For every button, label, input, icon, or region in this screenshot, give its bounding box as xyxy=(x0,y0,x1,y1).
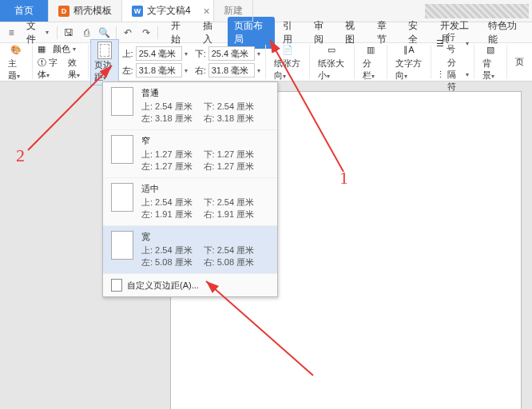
page-button[interactable]: 页 xyxy=(512,54,527,69)
group-size: ▭纸张大小▾ xyxy=(310,45,354,79)
tab-docke[interactable]: D 稻壳模板 xyxy=(49,0,122,22)
custom-margin-item[interactable]: 自定义页边距(A)... xyxy=(103,274,277,296)
effect-button[interactable]: 效果▾ xyxy=(68,57,83,81)
annotation-number-2: 2 xyxy=(16,145,25,166)
print-icon[interactable]: ⎙ xyxy=(78,25,95,41)
group-theme-opts: ▦ 颜色▾ ⓣ 字体▾ 效果▾ xyxy=(33,45,89,79)
margin-option-normal[interactable]: 普通 上: 2.54 厘米下: 2.54 厘米 左: 3.18 厘米右: 3.1… xyxy=(103,82,277,130)
page-margin-button[interactable]: 页边距▾ xyxy=(90,39,119,85)
margin-left-input[interactable]: 31.8 毫米 xyxy=(136,63,182,77)
margin-bottom-label: 下: xyxy=(195,48,206,60)
group-textdir: ∥A文字方向▾ xyxy=(387,45,431,79)
font-button[interactable]: ⓣ 字体▾ xyxy=(38,57,61,81)
preview-icon[interactable]: 🔍 xyxy=(97,25,113,41)
ribbon: 🎨 主题▾ ▦ 颜色▾ ⓣ 字体▾ 效果▾ 页边距▾ 上: 25.4 毫米▾ 下… xyxy=(0,43,532,81)
tab-document[interactable]: W 文字文稿4 × xyxy=(122,0,214,22)
group-orientation: 📄纸张方向▾ xyxy=(266,45,310,79)
margin-bottom-input[interactable]: 25.4 毫米 xyxy=(208,46,255,61)
preset-thumb-icon xyxy=(111,183,133,212)
bg-icon: ▧ xyxy=(482,42,498,57)
margin-right-label: 右: xyxy=(195,65,206,77)
docke-icon: D xyxy=(58,6,69,17)
annotation-number-1: 1 xyxy=(339,168,348,189)
margin-right-input[interactable]: 31.8 毫米 xyxy=(208,63,255,77)
orientation-icon: 📄 xyxy=(280,42,296,57)
palette-icon: 🎨 xyxy=(8,42,24,57)
paper-icon: ▭ xyxy=(324,42,339,57)
columns-button[interactable]: ▥分栏▾ xyxy=(359,41,382,83)
obscured-title xyxy=(425,4,529,18)
paper-size-button[interactable]: ▭纸张大小▾ xyxy=(315,41,348,83)
page-icon xyxy=(97,42,112,59)
group-columns: ▥分栏▾ xyxy=(355,45,387,79)
group-margin-values: 上: 25.4 毫米▾ 下: 25.4 毫米▾ 左: 31.8 毫米▾ 右: 3… xyxy=(121,45,266,79)
columns-icon: ▥ xyxy=(363,42,379,57)
margin-dropdown: 普通 上: 2.54 厘米下: 2.54 厘米 左: 3.18 厘米右: 3.1… xyxy=(102,81,278,297)
redo-icon[interactable]: ↷ xyxy=(138,25,155,41)
margin-left-label: 左: xyxy=(122,65,133,77)
page-setup-icon xyxy=(111,279,122,292)
theme-button[interactable]: 🎨 主题▾ xyxy=(5,41,27,83)
orientation-button[interactable]: 📄纸张方向▾ xyxy=(271,41,304,83)
word-icon: W xyxy=(132,6,143,17)
preset-thumb-icon xyxy=(111,135,133,164)
textdir-icon: ∥A xyxy=(401,42,417,57)
tab-new[interactable]: 新建 xyxy=(214,0,253,22)
app-menu-icon[interactable]: ≡ xyxy=(3,25,20,41)
margin-option-moderate[interactable]: 适中 上: 2.54 厘米下: 2.54 厘米 左: 1.91 厘米右: 1.9… xyxy=(103,178,277,226)
group-bg: ▧背景▾ xyxy=(474,45,507,79)
group-margin: 页边距▾ xyxy=(89,45,121,79)
margin-option-narrow[interactable]: 窄 上: 1.27 厘米下: 1.27 厘米 左: 1.27 厘米右: 1.27… xyxy=(103,130,277,178)
margin-top-label: 上: xyxy=(122,48,133,60)
text-direction-button[interactable]: ∥A文字方向▾ xyxy=(392,41,426,83)
margin-top-input[interactable]: 25.4 毫米 xyxy=(136,46,182,61)
group-lines-breaks: ☰ 行号▾ ⋮ 分隔符▾ xyxy=(431,45,474,79)
background-button[interactable]: ▧背景▾ xyxy=(479,41,502,83)
line-number-button[interactable]: ☰ 行号▾ xyxy=(436,31,469,55)
undo-icon[interactable]: ↶ xyxy=(120,25,137,41)
group-theme: 🎨 主题▾ xyxy=(0,45,33,79)
margin-option-wide[interactable]: 宽 上: 2.54 厘米下: 2.54 厘米 左: 5.08 厘米右: 5.08… xyxy=(103,226,277,274)
color-swatch-icon: ▦ xyxy=(38,44,46,54)
save-icon[interactable]: 🖫 xyxy=(60,25,77,41)
close-icon[interactable]: × xyxy=(204,5,210,18)
preset-thumb-icon xyxy=(111,231,133,260)
file-menu[interactable]: 文件▾ xyxy=(22,25,54,41)
breaks-button[interactable]: ⋮ 分隔符▾ xyxy=(436,57,469,93)
group-pg: 页 xyxy=(507,45,532,79)
preset-thumb-icon xyxy=(111,87,133,116)
color-button[interactable]: ▦ 颜色▾ xyxy=(38,43,76,55)
tab-home[interactable]: 首页 xyxy=(0,0,49,22)
